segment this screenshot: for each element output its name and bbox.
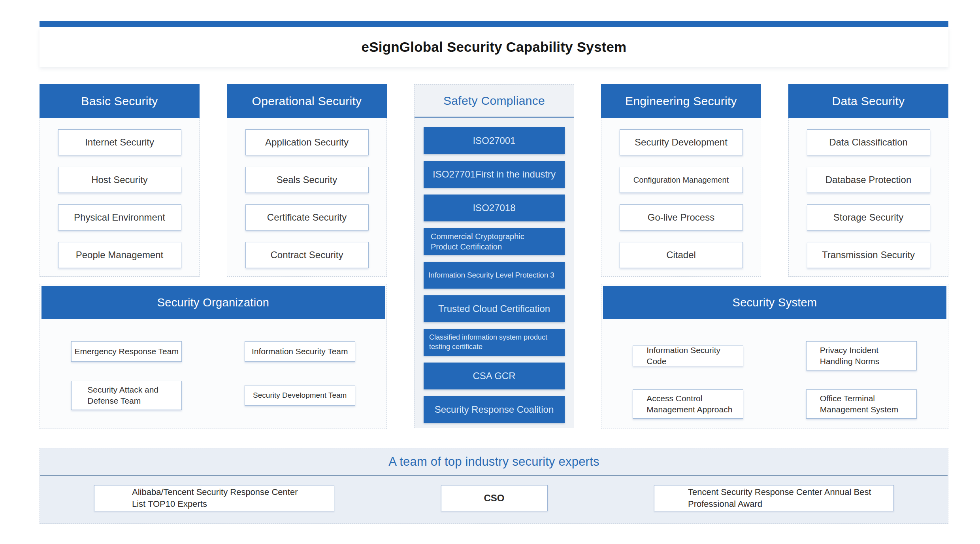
capability-box: Seals Security	[245, 167, 369, 193]
column-header-basic-security: Basic Security	[40, 84, 200, 118]
certification-box: ISO27701First in the industry	[424, 161, 565, 188]
panel-items: Information Security Code Privacy Incide…	[601, 319, 948, 419]
column-header-operational-security: Operational Security	[227, 84, 387, 118]
panel-security-experts: A team of top industry security experts …	[40, 448, 948, 524]
capability-box: Contract Security	[245, 242, 369, 268]
experts-items: Alibaba/Tencent Security Response Center…	[40, 476, 948, 511]
capability-box: Security Development	[620, 129, 743, 155]
capability-box: Database Protection	[807, 167, 930, 193]
certification-box: Classified information system product te…	[424, 329, 565, 356]
capability-box: Citadel	[620, 242, 743, 268]
column-header-data-security: Data Security	[788, 84, 948, 118]
certification-box: Security Response Coalition	[424, 396, 565, 423]
panel-header-security-organization: Security Organization	[41, 286, 385, 319]
capability-box: Go-live Process	[620, 204, 743, 230]
capability-box: Configuration Management	[620, 167, 743, 193]
certification-box: ISO27001	[424, 127, 565, 154]
capability-box: People Management	[58, 242, 181, 268]
column-safety-compliance: Safety Compliance ISO27001 ISO27701First…	[414, 84, 574, 428]
column-items: Security Development Configuration Manag…	[601, 118, 761, 268]
policy-box: Access Control Management Approach	[633, 389, 743, 419]
certification-box: Information Security Level Protection 3	[424, 262, 565, 289]
column-engineering-security: Engineering Security Security Developmen…	[601, 84, 761, 277]
column-items: Application Security Seals Security Cert…	[227, 118, 386, 268]
capability-box: Host Security	[58, 167, 181, 193]
team-box: Security Attack and Defense Team	[71, 381, 182, 410]
capability-box: Data Classification	[807, 129, 930, 155]
page-title: eSignGlobal Security Capability System	[362, 39, 627, 55]
capability-box: Physical Environment	[58, 204, 181, 230]
experts-title: A team of top industry security experts	[40, 448, 948, 475]
policy-box: Office Terminal Management System	[806, 389, 917, 419]
team-box: Security Development Team	[245, 385, 355, 406]
capability-box: Application Security	[245, 129, 369, 155]
policy-box: Privacy Incident Handling Norms	[806, 341, 917, 370]
column-basic-security: Basic Security Internet Security Host Se…	[40, 84, 200, 277]
title-band: eSignGlobal Security Capability System	[40, 27, 948, 67]
capability-box: Certificate Security	[245, 204, 369, 230]
capability-box: Transmission Security	[807, 242, 930, 268]
policy-box: Information Security Code	[633, 346, 743, 366]
certification-box: Commercial Cryptographic Product Certifi…	[424, 228, 565, 255]
column-items: Data Classification Database Protection …	[789, 118, 948, 268]
column-header-engineering-security: Engineering Security	[601, 84, 761, 118]
column-items: ISO27001 ISO27701First in the industry I…	[415, 118, 574, 423]
panel-items: Emergency Response Team Information Secu…	[40, 319, 386, 410]
column-items: Internet Security Host Security Physical…	[40, 118, 199, 268]
team-box: Information Security Team	[245, 341, 355, 362]
certification-box: CSA GCR	[424, 363, 565, 389]
column-operational-security: Operational Security Application Securit…	[227, 84, 387, 277]
panel-security-system: Security System Information Security Cod…	[601, 284, 948, 429]
certification-box: Trusted Cloud Certification	[424, 295, 565, 322]
team-box: Emergency Response Team	[71, 341, 182, 362]
column-data-security: Data Security Data Classification Databa…	[788, 84, 948, 277]
capability-box: Internet Security	[58, 129, 181, 155]
panel-header-security-system: Security System	[603, 286, 946, 319]
capability-box: Storage Security	[807, 204, 930, 230]
certification-box: ISO27018	[424, 195, 565, 221]
panel-security-organization: Security Organization Emergency Response…	[40, 284, 387, 429]
expert-box: Tencent Security Response Center Annual …	[654, 485, 894, 511]
top-accent-bar	[40, 21, 948, 27]
column-header-safety-compliance: Safety Compliance	[415, 85, 574, 118]
expert-box: Alibaba/Tencent Security Response Center…	[94, 485, 334, 511]
expert-box-cso: CSO	[441, 485, 548, 511]
